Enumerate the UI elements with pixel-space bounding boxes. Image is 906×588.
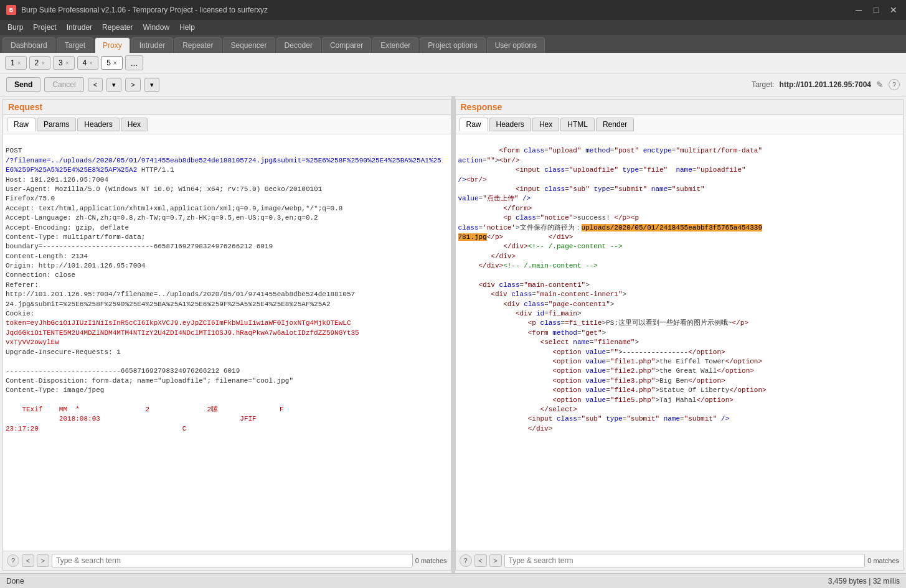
request-search-bar: ? < > 0 matches: [3, 551, 451, 570]
response-search-bar: ? < > 0 matches: [456, 551, 904, 570]
request-help-icon[interactable]: ?: [7, 554, 19, 567]
tab-dashboard[interactable]: Dashboard: [2, 37, 55, 53]
target-url: http://101.201.126.95:7004: [780, 80, 871, 89]
response-editor-wrapper: <form class="upload" method="post" encty…: [456, 134, 904, 551]
request-tab-hex[interactable]: Hex: [121, 118, 148, 131]
edit-target-icon[interactable]: ✎: [876, 80, 884, 90]
response-sub-tabs: Raw Headers Hex HTML Render: [456, 115, 904, 134]
request-next-button[interactable]: >: [37, 554, 49, 567]
forward-button[interactable]: >: [125, 78, 140, 91]
close-tab-4[interactable]: ×: [89, 60, 93, 67]
close-tab-5[interactable]: ×: [113, 60, 117, 67]
response-panel: Response Raw Headers Hex HTML Render <fo…: [455, 99, 904, 571]
close-tab-2[interactable]: ×: [41, 60, 45, 67]
request-editor[interactable]: POST /?filename=../uploads/2020/05/01/97…: [3, 134, 451, 551]
content-area: Request Raw Params Headers Hex POST /?fi…: [0, 96, 906, 573]
menu-burp[interactable]: Burp: [2, 22, 28, 33]
response-tab-hex[interactable]: Hex: [532, 118, 559, 131]
forward-dropdown-button[interactable]: ▾: [144, 78, 159, 92]
request-editor-wrapper: POST /?filename=../uploads/2020/05/01/97…: [3, 134, 451, 551]
tab-project-options[interactable]: Project options: [420, 37, 485, 53]
request-search-input[interactable]: [52, 554, 413, 567]
num-tab-3[interactable]: 3×: [53, 56, 75, 70]
titlebar: B Burp Suite Professional v2.1.06 - Temp…: [0, 0, 906, 20]
response-help-icon[interactable]: ?: [460, 554, 472, 567]
close-tab-3[interactable]: ×: [65, 60, 69, 67]
maximize-button[interactable]: □: [870, 4, 882, 16]
app-icon: B: [6, 5, 16, 15]
tab-comparer[interactable]: Comparer: [322, 37, 371, 53]
target-info: Target: http://101.201.126.95:7004 ✎ ?: [752, 79, 900, 90]
menu-project[interactable]: Project: [28, 22, 61, 33]
main-tab-bar: Dashboard Target Proxy Intruder Repeater…: [0, 35, 906, 53]
response-title: Response: [461, 102, 503, 112]
tab-decoder[interactable]: Decoder: [276, 37, 321, 53]
response-search-input[interactable]: [504, 554, 866, 567]
request-panel: Request Raw Params Headers Hex POST /?fi…: [2, 99, 451, 571]
statusbar: Done 3,459 bytes | 32 millis: [0, 573, 906, 588]
response-tab-render[interactable]: Render: [596, 118, 634, 131]
target-label: Target:: [752, 80, 775, 89]
request-panel-header: Request: [3, 100, 451, 115]
bytes-info: 3,459 bytes | 32 millis: [828, 577, 900, 586]
num-tab-1[interactable]: 1×: [5, 56, 27, 70]
back-dropdown-button[interactable]: ▾: [106, 78, 121, 92]
menu-help[interactable]: Help: [174, 22, 200, 33]
request-tab-headers[interactable]: Headers: [77, 118, 119, 131]
response-tab-headers[interactable]: Headers: [489, 118, 531, 131]
response-tab-html[interactable]: HTML: [560, 118, 595, 131]
tab-intruder[interactable]: Intruder: [131, 37, 173, 53]
menu-repeater[interactable]: Repeater: [97, 22, 138, 33]
response-editor[interactable]: <form class="upload" method="post" encty…: [456, 134, 904, 551]
tab-repeater[interactable]: Repeater: [174, 37, 221, 53]
response-next-button[interactable]: >: [489, 554, 502, 567]
menubar: Burp Project Intruder Repeater Window He…: [0, 20, 906, 35]
tab-sequencer[interactable]: Sequencer: [223, 37, 275, 53]
cancel-button[interactable]: Cancel: [44, 77, 83, 92]
response-search-count: 0 matches: [867, 557, 899, 564]
num-tab-more[interactable]: ...: [125, 55, 144, 70]
request-tab-params[interactable]: Params: [37, 118, 76, 131]
num-tab-5[interactable]: 5×: [101, 56, 123, 70]
tab-user-options[interactable]: User options: [487, 37, 545, 53]
request-title: Request: [8, 102, 42, 112]
request-search-count: 0 matches: [415, 557, 447, 564]
tab-proxy[interactable]: Proxy: [95, 37, 130, 53]
window-controls: ─ □ ✕: [852, 4, 900, 16]
num-tab-4[interactable]: 4×: [77, 56, 99, 70]
toolbar: Send Cancel < ▾ > ▾ Target: http://101.2…: [0, 73, 906, 96]
request-sub-tabs: Raw Params Headers Hex: [3, 115, 451, 134]
response-prev-button[interactable]: <: [474, 554, 487, 567]
close-button[interactable]: ✕: [887, 4, 900, 16]
send-button[interactable]: Send: [6, 77, 40, 92]
response-panel-header: Response: [456, 100, 904, 115]
minimize-button[interactable]: ─: [852, 4, 865, 16]
window-title: Burp Suite Professional v2.1.06 - Tempor…: [21, 6, 852, 14]
status-text: Done: [6, 577, 24, 586]
back-button[interactable]: <: [88, 78, 103, 91]
request-prev-button[interactable]: <: [22, 554, 34, 567]
response-tab-raw[interactable]: Raw: [460, 118, 488, 131]
tab-target[interactable]: Target: [57, 37, 93, 53]
tab-extender[interactable]: Extender: [372, 37, 418, 53]
request-tab-raw[interactable]: Raw: [7, 118, 35, 131]
menu-intruder[interactable]: Intruder: [62, 22, 97, 33]
num-tab-2[interactable]: 2×: [29, 56, 51, 70]
close-tab-1[interactable]: ×: [17, 60, 21, 67]
help-icon[interactable]: ?: [889, 79, 900, 90]
menu-window[interactable]: Window: [138, 22, 174, 33]
num-tabs-bar: 1× 2× 3× 4× 5× ...: [0, 53, 906, 73]
